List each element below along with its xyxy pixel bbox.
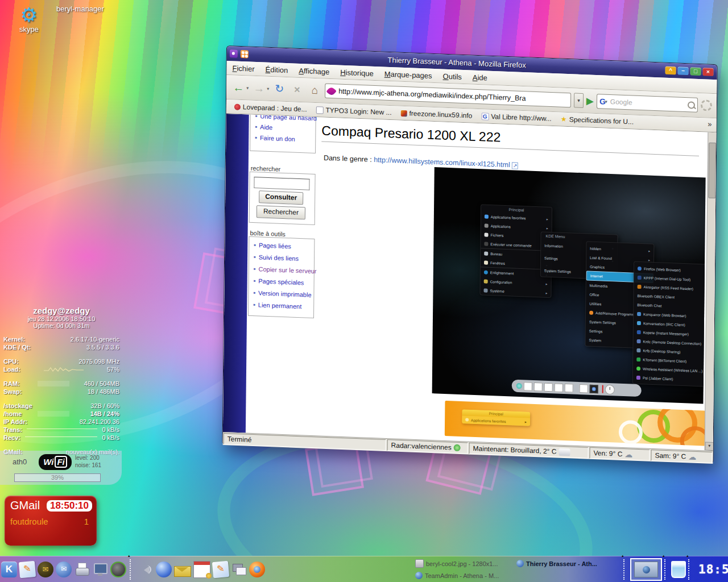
wiki-go-button[interactable]: Consulter bbox=[259, 190, 303, 205]
printer-icon[interactable] bbox=[74, 562, 90, 577]
desktop: ⚙ skype beryl-manager zedgy@zedgy jeu 28… bbox=[0, 0, 728, 582]
desktop-pager[interactable] bbox=[630, 558, 662, 581]
stockage-label: /stockage bbox=[3, 402, 32, 410]
menu-aide[interactable]: Aide bbox=[473, 73, 487, 82]
taskbar-window-beryl-cool2[interactable]: beryl-cool2.jpg - 1280x1... bbox=[413, 558, 514, 569]
bookmarks-overflow-button[interactable]: » bbox=[708, 120, 712, 128]
search-input[interactable] bbox=[609, 97, 686, 109]
close-button[interactable]: × bbox=[702, 68, 713, 76]
kmail-icon[interactable]: ✉ bbox=[38, 562, 53, 577]
desktop-icon-skype[interactable]: ⚙ skype bbox=[5, 5, 53, 34]
ip-value: 82.241.200.36 bbox=[80, 418, 119, 426]
desktop-icon-label: skype bbox=[19, 25, 39, 34]
taskbar-window-teamadmin[interactable]: TeamAdmin - Athena - M... bbox=[413, 569, 514, 581]
home-button[interactable]: ⌂ bbox=[307, 84, 322, 97]
gmail-count: 1 bbox=[84, 517, 89, 526]
url-dropdown-button[interactable]: ▾ bbox=[574, 93, 584, 108]
korganizer-icon[interactable] bbox=[193, 561, 210, 578]
kmenu-button[interactable]: K bbox=[1, 562, 17, 577]
swap-value: 18 / 486MB bbox=[88, 388, 119, 396]
stop-button[interactable]: × bbox=[289, 83, 304, 96]
image-viewer-icon bbox=[415, 559, 424, 568]
panel-handle[interactable] bbox=[623, 559, 628, 580]
wiki-background-strip bbox=[223, 114, 249, 433]
kernel-value: 2.6.17-10-generic bbox=[71, 335, 119, 343]
rose-favicon bbox=[234, 103, 241, 110]
page-favicon bbox=[316, 106, 324, 114]
scrollbar-down-arrow[interactable]: ▾ bbox=[705, 442, 714, 451]
window-list: beryl-cool2.jpg - 1280x1... Thierry Bras… bbox=[413, 558, 621, 581]
article-genre-line: Dans le genre : http://www.hillsystems.c… bbox=[324, 154, 518, 169]
magnifier-icon[interactable] bbox=[688, 101, 695, 109]
menu-marque-pages[interactable]: Marque-pages bbox=[384, 69, 432, 80]
url-bar[interactable] bbox=[325, 84, 571, 108]
maximize-button[interactable]: □ bbox=[690, 67, 701, 76]
status-weather-fri[interactable]: Ven: 9° C☁ bbox=[589, 447, 650, 461]
kernel-label: Kernel: bbox=[3, 335, 25, 343]
forward-button[interactable]: → bbox=[251, 82, 266, 95]
status-weather-sat[interactable]: Sam: 9° C☁ bbox=[651, 450, 712, 463]
recv-label: Recv: bbox=[3, 434, 20, 442]
wiki-search-input[interactable] bbox=[254, 177, 309, 190]
wifi-logo-icon: WiFi bbox=[39, 454, 72, 470]
trans-label: Trans: bbox=[3, 426, 22, 434]
wiki-search-button[interactable]: Rechercher bbox=[257, 205, 305, 219]
desktop-icon-beryl-manager[interactable]: beryl-manager bbox=[56, 5, 105, 13]
panel-handle[interactable] bbox=[664, 559, 669, 580]
menu-historique[interactable]: Historique bbox=[340, 68, 374, 77]
envelope-yellow-icon[interactable] bbox=[174, 566, 191, 577]
knotes-icon[interactable]: ✎ bbox=[19, 561, 36, 578]
firefox-icon[interactable] bbox=[249, 562, 265, 577]
go-button[interactable]: ▶ bbox=[586, 95, 594, 107]
kontact-icon[interactable]: ✉ bbox=[56, 562, 72, 577]
panel-handle[interactable] bbox=[688, 559, 693, 580]
shade-button[interactable]: ^ bbox=[665, 66, 676, 75]
menu-affichage[interactable]: Affichage bbox=[299, 66, 329, 76]
cpu-label: CPU: bbox=[3, 357, 19, 365]
gmail-widget[interactable]: GMail 18:50:10 foutdroule 1 bbox=[5, 496, 97, 546]
freezone-favicon bbox=[401, 110, 407, 116]
window-manager-icon[interactable] bbox=[231, 562, 247, 577]
taskbar-window-thierry[interactable]: Thierry Brasseur - Ath... bbox=[514, 558, 621, 569]
wifi-signal-bar: 39% bbox=[14, 473, 101, 482]
system-settings-icon[interactable] bbox=[92, 562, 108, 577]
system-tray: 18:50 ▸ bbox=[621, 558, 728, 581]
wiki-nav-link[interactable]: ■Faire un don bbox=[250, 132, 315, 146]
gmail-widget-clock: 18:50:10 bbox=[47, 500, 92, 512]
bookmark-loveparad[interactable]: Loveparad : Jeu de... bbox=[234, 103, 307, 114]
bookmark-val-libre[interactable]: GVal Libre http://ww... bbox=[481, 112, 552, 123]
shot-taskbar bbox=[512, 379, 642, 397]
glass-applet-icon[interactable] bbox=[671, 561, 686, 578]
panel-handle[interactable] bbox=[130, 559, 134, 580]
wiki-toolbox-link[interactable]: ■Lien permanent bbox=[249, 299, 313, 313]
window-sticky-button[interactable] bbox=[241, 50, 249, 59]
kjots-icon[interactable]: ✎ bbox=[212, 561, 229, 578]
volume-icon[interactable] bbox=[138, 562, 154, 577]
bookmark-typo3[interactable]: TYPO3 Login: New ... bbox=[316, 106, 392, 117]
reload-button[interactable]: ↻ bbox=[272, 82, 287, 95]
url-input[interactable] bbox=[337, 87, 568, 105]
bookmark-specifications[interactable]: ★Specifications for U... bbox=[561, 115, 634, 126]
status-radar[interactable]: Radar:valenciennes bbox=[387, 439, 468, 454]
system-monitor: zedgy@zedgy jeu 28.12.2006 18:50:10 Upti… bbox=[3, 306, 119, 456]
minimize-button[interactable]: − bbox=[678, 66, 689, 75]
window-menu-button[interactable] bbox=[230, 49, 238, 58]
scrollbar[interactable]: ▾ bbox=[705, 132, 717, 451]
bookmark-freezone[interactable]: freezone.linux59.info bbox=[401, 109, 473, 120]
search-bar[interactable]: G ▾ bbox=[597, 94, 698, 113]
ip-label: IP Addr: bbox=[3, 418, 27, 426]
wifi-level: level: 200 bbox=[75, 455, 100, 461]
back-dropdown-icon[interactable]: ▾ bbox=[246, 85, 249, 90]
menu-fichier[interactable]: Fichier bbox=[233, 64, 255, 73]
scrollbar-thumb[interactable] bbox=[708, 143, 716, 198]
menu-edition[interactable]: Édition bbox=[266, 65, 288, 74]
forward-dropdown-icon[interactable]: ▾ bbox=[267, 86, 269, 91]
konqueror-sphere-icon[interactable] bbox=[156, 562, 172, 577]
panel-clock[interactable]: 18:50 bbox=[698, 563, 728, 576]
back-button[interactable]: ← bbox=[231, 81, 246, 94]
wifi-monitor: ath0 WiFi level: 200 noise: 161 39% bbox=[0, 451, 122, 485]
speaker-green-icon[interactable] bbox=[110, 562, 126, 577]
menu-outils[interactable]: Outils bbox=[443, 72, 462, 81]
cpu-value: 2075.098 MHz bbox=[78, 357, 119, 365]
search-engine-dropdown-icon[interactable]: ▾ bbox=[605, 99, 607, 104]
